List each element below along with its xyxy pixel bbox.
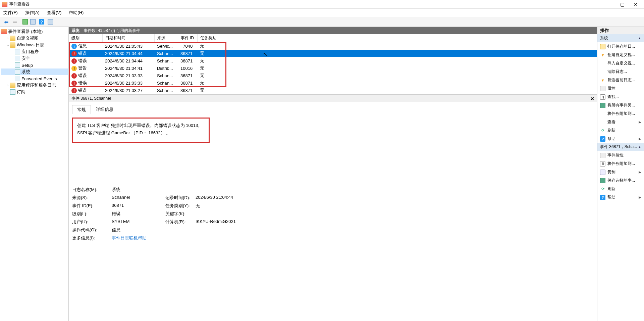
info-icon: i bbox=[71, 44, 77, 49]
collapse-icon: ⌄ bbox=[5, 43, 10, 47]
event-row[interactable]: !错误2024/6/30 21:03:33Schan...36871无 bbox=[69, 72, 597, 79]
action-filter-log[interactable]: ▼筛选当前日志... bbox=[597, 76, 644, 84]
tree-pane: 事件查看器 (本地) ›自定义视图 ⌄Windows 日志 应用程序 安全 Se… bbox=[0, 27, 69, 321]
refresh-icon: ⟳ bbox=[600, 128, 605, 133]
event-row[interactable]: !错误2024/6/30 21:03:33Schan...36871无 bbox=[69, 79, 597, 87]
folder-open-icon bbox=[600, 44, 605, 49]
toolbar-action2[interactable] bbox=[29, 18, 37, 26]
close-button[interactable]: ✕ bbox=[633, 1, 639, 7]
refresh-icon: ⟳ bbox=[600, 186, 605, 192]
action-event-props[interactable]: 事件属性 bbox=[597, 151, 644, 159]
event-list[interactable]: 级别 日期和时间 来源 事件 ID 任务类别 i信息2024/6/30 21:0… bbox=[69, 34, 597, 95]
subscription-icon bbox=[10, 89, 15, 95]
nav-forward-button[interactable]: ➡ bbox=[11, 18, 19, 26]
detail-title: 事件 36871, Schannel bbox=[71, 96, 111, 101]
toolbar-help[interactable]: ? bbox=[38, 18, 46, 26]
toolbar-action1[interactable] bbox=[21, 18, 28, 26]
event-viewer-icon bbox=[1, 29, 7, 34]
actions-section-event[interactable]: 事件 36871，Scha...▲ bbox=[597, 143, 644, 151]
col-source[interactable]: 来源 bbox=[154, 34, 178, 42]
event-row[interactable]: !警告2024/6/30 21:04:41Distrib...10016无 bbox=[69, 64, 597, 72]
help-icon: ? bbox=[39, 19, 44, 25]
col-level[interactable]: 级别 bbox=[69, 34, 102, 42]
log-icon bbox=[15, 49, 20, 54]
tree-security[interactable]: 安全 bbox=[1, 55, 68, 62]
action-copy[interactable]: 复制▶ bbox=[597, 168, 644, 176]
arrow-right-icon: ➡ bbox=[13, 19, 17, 25]
action-properties[interactable]: 属性 bbox=[597, 84, 644, 93]
help-icon: ? bbox=[600, 195, 605, 200]
action-refresh[interactable]: ⟳刷新 bbox=[597, 126, 644, 135]
event-row[interactable]: !错误2024/6/30 21:04:44Schan...36871无 bbox=[69, 50, 597, 57]
action-attach-task2[interactable]: ⊕将任务附加到... bbox=[597, 159, 644, 168]
copy-icon bbox=[600, 170, 605, 175]
filter-icon: ▼ bbox=[600, 52, 605, 58]
actions-section-system[interactable]: 系统▲ bbox=[597, 34, 644, 42]
log-title: 系统 bbox=[71, 28, 79, 34]
tree-root[interactable]: 事件查看器 (本地) bbox=[1, 28, 68, 35]
find-icon: Q bbox=[600, 94, 605, 100]
tree-app-services[interactable]: ›应用程序和服务日志 bbox=[1, 82, 68, 89]
minimize-button[interactable]: — bbox=[606, 1, 612, 7]
action-save-sel[interactable]: 保存选择的事... bbox=[597, 176, 644, 185]
event-row[interactable]: !错误2024/6/30 21:04:44Schan...36871无 bbox=[69, 57, 597, 64]
task-icon bbox=[600, 111, 605, 117]
col-eventid[interactable]: 事件 ID bbox=[178, 34, 197, 42]
properties-icon bbox=[600, 153, 605, 158]
chevron-right-icon: ▶ bbox=[639, 120, 641, 124]
tab-general[interactable]: 常规 bbox=[72, 105, 91, 114]
properties-icon bbox=[600, 86, 605, 91]
error-icon: ! bbox=[71, 58, 77, 64]
close-details-button[interactable]: ✕ bbox=[590, 96, 594, 101]
action-refresh2[interactable]: ⟳刷新 bbox=[597, 185, 644, 193]
help-icon: ? bbox=[600, 136, 605, 142]
menu-help[interactable]: 帮助(H) bbox=[67, 9, 85, 16]
menu-bar: 文件(F) 操作(A) 查看(V) 帮助(H) bbox=[0, 9, 644, 17]
log-icon bbox=[15, 76, 20, 81]
action-clear-log[interactable]: 清除日志... bbox=[597, 67, 644, 76]
window-title: 事件查看器 bbox=[9, 1, 606, 7]
expand-icon: › bbox=[5, 36, 10, 40]
action-view[interactable]: 查看▶ bbox=[597, 118, 644, 126]
action-find[interactable]: Q查找... bbox=[597, 93, 644, 101]
detail-header: 事件 36871, Schannel ✕ bbox=[69, 95, 597, 102]
folder-icon bbox=[10, 42, 15, 48]
maximize-button[interactable]: ▢ bbox=[619, 1, 625, 7]
save-icon bbox=[600, 178, 605, 183]
event-row[interactable]: !错误2024/6/30 21:03:27Schan...36871无 bbox=[69, 87, 597, 94]
col-datetime[interactable]: 日期和时间 bbox=[102, 34, 154, 42]
tree-custom-views[interactable]: ›自定义视图 bbox=[1, 35, 68, 42]
log-header-bar: 系统 事件数: 41,587 (!) 可用的新事件 bbox=[69, 27, 597, 34]
action-open-saved[interactable]: 打开保存的日... bbox=[597, 42, 644, 51]
tree-forwarded[interactable]: Forwarded Events bbox=[1, 75, 68, 82]
action-import-custom[interactable]: 导入自定义视... bbox=[597, 59, 644, 67]
tree-windows-logs[interactable]: ⌄Windows 日志 bbox=[1, 42, 68, 48]
tree-setup[interactable]: Setup bbox=[1, 62, 68, 68]
menu-view[interactable]: 查看(V) bbox=[46, 9, 63, 16]
folder-icon bbox=[10, 83, 15, 88]
action-attach-task[interactable]: 将任务附加到... bbox=[597, 109, 644, 118]
event-count: 事件数: 41,587 (!) 可用的新事件 bbox=[84, 28, 140, 34]
detail-body: 常规 详细信息 创建 TLS 客户端 凭据时出现严重错误。内部错误状态为 100… bbox=[69, 102, 597, 321]
window-icon bbox=[30, 19, 36, 25]
menu-action[interactable]: 操作(A) bbox=[24, 9, 41, 16]
tree-subscriptions[interactable]: 订阅 bbox=[1, 89, 68, 95]
import-icon bbox=[600, 61, 605, 66]
nav-back-button[interactable]: ⬅ bbox=[2, 18, 10, 26]
action-save-all[interactable]: 将所有事件另... bbox=[597, 101, 644, 109]
toolbar-action3[interactable] bbox=[46, 18, 54, 26]
tree-system[interactable]: 系统 bbox=[1, 68, 68, 75]
action-help[interactable]: ?帮助▶ bbox=[597, 135, 644, 143]
action-create-custom[interactable]: ▼创建自定义视... bbox=[597, 51, 644, 59]
actions-title: 操作 bbox=[597, 27, 644, 34]
event-row[interactable]: i信息2024/6/30 21:05:43Servic...7040无 bbox=[69, 42, 597, 50]
folder-icon bbox=[10, 36, 15, 41]
online-help-link[interactable]: 事件日志联机帮助 bbox=[112, 235, 147, 240]
chevron-right-icon: ▶ bbox=[639, 137, 641, 141]
tab-details[interactable]: 详细信息 bbox=[91, 105, 118, 114]
tree-application[interactable]: 应用程序 bbox=[1, 48, 68, 55]
error-icon: ! bbox=[71, 73, 77, 79]
col-taskcat[interactable]: 任务类别 bbox=[197, 34, 597, 42]
menu-file[interactable]: 文件(F) bbox=[2, 9, 19, 16]
action-help2[interactable]: ?帮助▶ bbox=[597, 193, 644, 201]
